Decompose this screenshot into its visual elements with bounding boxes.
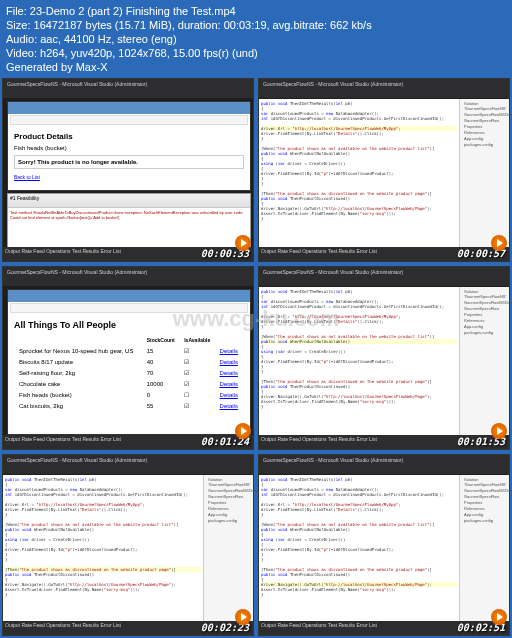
cell-stock: 15 bbox=[144, 346, 180, 355]
error-panel-header[interactable]: #1 Feasibility bbox=[8, 194, 250, 208]
solution-explorer[interactable]: Solution 'GourmetSpecsFlowNS' GourmetSpe… bbox=[203, 475, 253, 621]
details-link[interactable]: Details bbox=[217, 390, 242, 399]
vs-menu[interactable] bbox=[259, 279, 509, 287]
vs-menu[interactable] bbox=[3, 91, 253, 99]
file-line: File: 23-Demo 2 (part 2) Finishing the T… bbox=[6, 4, 506, 18]
vs-titlebar: GourmetSpecsFlowNS - Microsoft Visual St… bbox=[259, 267, 509, 279]
cell-name: Chocolate cake bbox=[16, 379, 142, 388]
frame-1: GourmetSpecsFlowNS - Microsoft Visual St… bbox=[2, 78, 254, 262]
code-editor[interactable]: public void ThenIGetTheResults(int p0){ … bbox=[259, 475, 459, 621]
size-line: Size: 16472187 bytes (15.71 MiB), durati… bbox=[6, 18, 506, 32]
explorer-node[interactable]: Solution 'GourmetSpecsFlowNS' bbox=[462, 477, 507, 488]
cell-name: Cat biscuits, 2kg bbox=[16, 401, 142, 410]
play-icon[interactable] bbox=[491, 423, 507, 439]
details-link[interactable]: Details bbox=[217, 346, 242, 355]
back-to-list-link[interactable]: Back to List bbox=[14, 174, 40, 180]
explorer-node[interactable]: packages.config bbox=[206, 518, 251, 524]
explorer-node[interactable]: Solution 'GourmetSpecsFlowNS' bbox=[462, 289, 507, 300]
product-subtitle: Fish heads (bucket) bbox=[14, 145, 244, 151]
frame-4: GourmetSpecsFlowNS - Microsoft Visual St… bbox=[258, 266, 510, 450]
explorer-node[interactable]: Solution 'GourmetSpecsFlowNS' bbox=[206, 477, 251, 488]
cell-stock: 55 bbox=[144, 401, 180, 410]
cell-avail: ☑ bbox=[181, 401, 214, 410]
vs-titlebar: GourmetSpecsFlowNS - Microsoft Visual St… bbox=[259, 455, 509, 467]
vs-menu[interactable] bbox=[3, 279, 253, 287]
play-icon[interactable] bbox=[235, 235, 251, 251]
vs-titlebar: GourmetSpecsFlowNS - Microsoft Visual St… bbox=[3, 267, 253, 279]
browser-address-bar[interactable] bbox=[10, 115, 248, 125]
vs-menu[interactable] bbox=[3, 467, 253, 475]
vs-menu[interactable] bbox=[259, 91, 509, 99]
table-row: Chocolate cake10000☑Details bbox=[16, 379, 242, 388]
col-stock: StockCount bbox=[144, 336, 180, 344]
details-link[interactable]: Details bbox=[217, 368, 242, 377]
explorer-node[interactable]: packages.config bbox=[462, 330, 507, 336]
table-row: Self-raising flour, 2kg70☑Details bbox=[16, 368, 242, 377]
cell-name: Fish heads (bucket) bbox=[16, 390, 142, 399]
media-info-header: File: 23-Demo 2 (part 2) Finishing the T… bbox=[0, 0, 512, 78]
play-icon[interactable] bbox=[491, 235, 507, 251]
code-editor[interactable]: public void ThenIGetTheResults(int p0){ … bbox=[3, 475, 203, 621]
details-link[interactable]: Details bbox=[217, 357, 242, 366]
vs-titlebar: GourmetSpecsFlowNS - Microsoft Visual St… bbox=[3, 455, 253, 467]
video-line: Video: h264, yuv420p, 1024x768, 15.00 fp… bbox=[6, 46, 506, 60]
table-row: Sprocket for Nexus 10-speed hub gear, US… bbox=[16, 346, 242, 355]
cell-avail: ☑ bbox=[181, 346, 214, 355]
browser-window-1: Product Details Fish heads (bucket) Sorr… bbox=[7, 101, 251, 191]
cell-stock: 10000 bbox=[144, 379, 180, 388]
table-row: Fish heads (bucket)0☐Details bbox=[16, 390, 242, 399]
generator-line: Generated by Max-X bbox=[6, 60, 506, 74]
play-icon[interactable] bbox=[491, 609, 507, 625]
frame-5: GourmetSpecsFlowNS - Microsoft Visual St… bbox=[2, 454, 254, 636]
code-editor[interactable]: public void ThenIGetTheResults(int p0){ … bbox=[259, 287, 459, 435]
browser-tab-strip[interactable] bbox=[8, 102, 250, 114]
error-panel: #1 Feasibility Test method ShouldNotBeAb… bbox=[7, 193, 251, 249]
cell-avail: ☑ bbox=[181, 379, 214, 388]
vs-menu[interactable] bbox=[259, 467, 509, 475]
solution-explorer[interactable]: Solution 'GourmetSpecsFlowNS' GourmetSpe… bbox=[459, 287, 509, 435]
error-panel-body: Test method ShouldNotBeAbleToBuyDisconti… bbox=[8, 208, 250, 248]
explorer-node[interactable]: Solution 'GourmetSpecsFlowNS' bbox=[462, 101, 507, 112]
code-editor[interactable]: public void ThenIGetTheResults(int p0){ … bbox=[259, 99, 459, 247]
details-link[interactable]: Details bbox=[217, 401, 242, 410]
unavailable-message: Sorry! This product is no longer availab… bbox=[14, 155, 244, 169]
page-title: All Things To All People bbox=[14, 320, 244, 330]
solution-explorer[interactable]: Solution 'GourmetSpecsFlowNS' GourmetSpe… bbox=[459, 99, 509, 247]
cell-stock: 0 bbox=[144, 390, 180, 399]
cell-stock: 40 bbox=[144, 357, 180, 366]
solution-explorer[interactable]: Solution 'GourmetSpecsFlowNS' GourmetSpe… bbox=[459, 475, 509, 621]
details-link[interactable]: Details bbox=[217, 379, 242, 388]
browser-window-2: All Things To All People StockCount IsAv… bbox=[7, 289, 251, 435]
col-avail: IsAvailable bbox=[181, 336, 214, 344]
cell-name: Biscuits 8/17 update bbox=[16, 357, 142, 366]
cell-name: Sprocket for Nexus 10-speed hub gear, US bbox=[16, 346, 142, 355]
col-name bbox=[16, 336, 142, 344]
cell-avail: ☑ bbox=[181, 368, 214, 377]
browser-address-bar[interactable] bbox=[10, 303, 248, 313]
frame-2: GourmetSpecsFlowNS - Microsoft Visual St… bbox=[258, 78, 510, 262]
cell-avail: ☐ bbox=[181, 390, 214, 399]
frame-3: GourmetSpecsFlowNS - Microsoft Visual St… bbox=[2, 266, 254, 450]
explorer-node[interactable]: packages.config bbox=[462, 142, 507, 148]
cell-avail: ☑ bbox=[181, 357, 214, 366]
vs-titlebar: GourmetSpecsFlowNS - Microsoft Visual St… bbox=[259, 79, 509, 91]
table-row: Cat biscuits, 2kg55☑Details bbox=[16, 401, 242, 410]
audio-line: Audio: aac, 44100 Hz, stereo (eng) bbox=[6, 32, 506, 46]
product-title: Product Details bbox=[14, 132, 244, 141]
explorer-node[interactable]: packages.config bbox=[462, 518, 507, 524]
cell-stock: 70 bbox=[144, 368, 180, 377]
products-table: StockCount IsAvailable Sprocket for Nexu… bbox=[14, 334, 244, 412]
col-action bbox=[217, 336, 242, 344]
browser-tab-strip[interactable] bbox=[8, 290, 250, 302]
play-icon[interactable] bbox=[235, 609, 251, 625]
table-row: Biscuits 8/17 update40☑Details bbox=[16, 357, 242, 366]
cell-name: Self-raising flour, 2kg bbox=[16, 368, 142, 377]
vs-titlebar: GourmetSpecsFlowNS - Microsoft Visual St… bbox=[3, 79, 253, 91]
frame-6: GourmetSpecsFlowNS - Microsoft Visual St… bbox=[258, 454, 510, 636]
play-icon[interactable] bbox=[235, 423, 251, 439]
